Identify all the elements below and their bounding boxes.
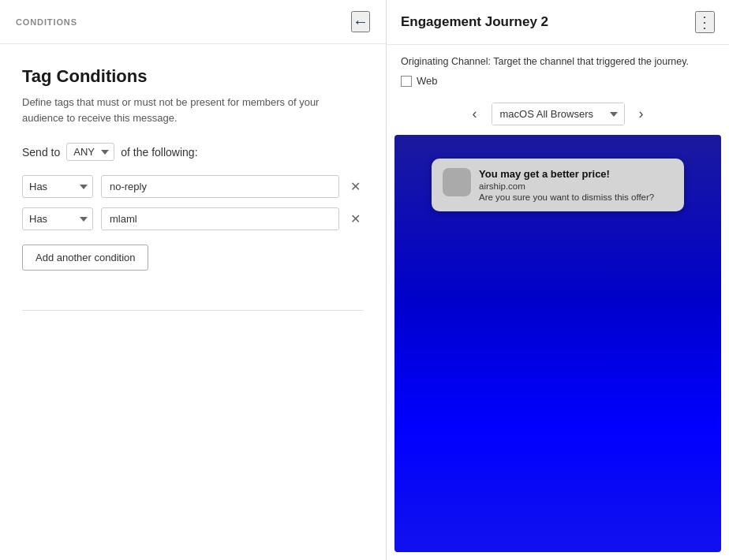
page-title: Tag Conditions <box>22 66 364 87</box>
has-select-1[interactable]: Has Has Not <box>22 175 93 198</box>
notification-title: You may get a better price! <box>479 168 654 180</box>
notification-body: You may get a better price! airship.com … <box>479 168 654 202</box>
originating-channel-text: Originating Channel: Target the channel … <box>387 45 729 72</box>
of-following-label: of the following: <box>121 146 197 159</box>
web-checkbox-row: Web <box>387 72 729 96</box>
web-label: Web <box>417 75 438 87</box>
prev-browser-button[interactable]: ‹ <box>466 103 484 125</box>
send-to-row: Send to ANY ALL of the following: <box>22 143 364 161</box>
add-condition-button[interactable]: Add another condition <box>22 245 148 271</box>
tag-input-2[interactable] <box>101 207 339 230</box>
notification-text: Are you sure you want to dismiss this of… <box>479 192 654 202</box>
journey-title: Engagement Journey 2 <box>401 14 548 30</box>
browser-select[interactable]: macOS All Browsers Windows All Browsers … <box>492 103 624 125</box>
send-to-label: Send to <box>22 146 60 159</box>
remove-condition-1[interactable]: ✕ <box>347 176 364 197</box>
more-options-button[interactable]: ⋮ <box>695 11 715 33</box>
notification-app-icon <box>443 168 471 196</box>
tag-input-1[interactable] <box>101 175 339 198</box>
left-content: Tag Conditions Define tags that must or … <box>0 44 386 286</box>
notification-site: airship.com <box>479 181 654 191</box>
right-panel: Engagement Journey 2 ⋮ Originating Chann… <box>387 0 729 560</box>
condition-row-2: Has Has Not ✕ <box>22 207 364 230</box>
remove-condition-2[interactable]: ✕ <box>347 208 364 230</box>
condition-row-1: Has Has Not ✕ <box>22 175 364 198</box>
divider <box>22 310 364 311</box>
page-description: Define tags that must or must not be pre… <box>22 95 364 125</box>
has-select-2[interactable]: Has Has Not <box>22 207 93 230</box>
preview-area: You may get a better price! airship.com … <box>394 135 721 552</box>
web-checkbox[interactable] <box>401 76 412 87</box>
left-panel: CONDITIONS ← Tag Conditions Define tags … <box>0 0 387 560</box>
right-header: Engagement Journey 2 ⋮ <box>387 0 729 45</box>
left-panel-header: CONDITIONS ← <box>0 0 386 44</box>
any-select[interactable]: ANY ALL <box>66 143 114 161</box>
back-button[interactable]: ← <box>351 11 370 32</box>
conditions-label: CONDITIONS <box>16 17 77 27</box>
notification-card: You may get a better price! airship.com … <box>432 159 684 211</box>
browser-nav: ‹ macOS All Browsers Windows All Browser… <box>387 96 729 135</box>
browser-select-wrapper: macOS All Browsers Windows All Browsers … <box>492 103 625 125</box>
next-browser-button[interactable]: › <box>633 103 650 125</box>
